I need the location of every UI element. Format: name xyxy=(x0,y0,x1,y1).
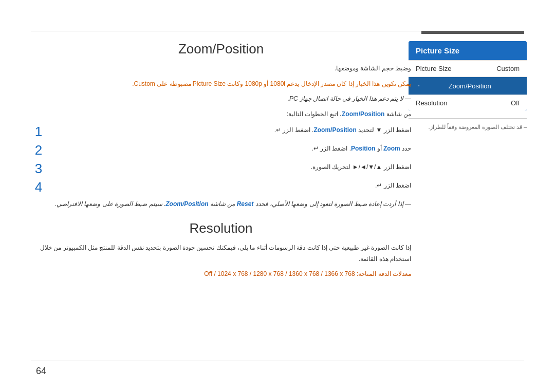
resolution-values: معدلات الدقة المتاحة: Off / 1024 x 768 /… xyxy=(31,269,411,280)
zoom-section: Zoom/Position وضبط حجم الشاشة وموضعها. ي… xyxy=(31,41,411,210)
step-2: حدد Zoom أو Position. اضغط الزر ↵. 2 xyxy=(31,143,411,157)
zoom-intro1: وضبط حجم الشاشة وموضعها. xyxy=(31,63,411,74)
steps-section: اضغط الزر ▼ لتحديد Zoom/Position. اضغط ا… xyxy=(31,125,411,194)
step-4: اضغط الزر ↵. 4 xyxy=(31,180,411,194)
resolution-body1: إذا كانت الصورة غير طبيعية حتى إذا كانت … xyxy=(31,242,411,265)
picture-size-header: Picture Size xyxy=(409,41,527,60)
step-3-text: اضغط الزر ▲/▼/◄/► لتحريك الصورة. xyxy=(51,162,411,172)
step-3-number: 3 xyxy=(31,162,46,175)
right-panel: Picture Size Picture Size Custom Zoom/Po… xyxy=(409,41,527,132)
resolution-row[interactable]: Resolution Off xyxy=(409,95,527,111)
step-4-text: اضغط الزر ↵. xyxy=(51,180,411,191)
top-right-accent xyxy=(421,31,524,34)
step-2-number: 2 xyxy=(31,143,46,157)
step-1-number: 1 xyxy=(31,125,46,138)
step-1-text: اضغط الزر ▼ لتحديد Zoom/Position. اضغط ا… xyxy=(51,125,411,135)
picture-size-label: Picture Size xyxy=(416,65,451,72)
resolution-title: Resolution xyxy=(31,220,411,236)
zoom-position-label: Zoom/Position xyxy=(449,82,491,90)
step-3: اضغط الزر ▲/▼/◄/► لتحريك الصورة. 3 xyxy=(31,162,411,175)
picture-size-value: Custom xyxy=(496,65,520,72)
step-4-number: 4 xyxy=(31,180,46,194)
zoom-intro2: يمكن تكوين هذا الخيار إذا كان مصدر الإدخ… xyxy=(31,79,411,90)
main-content: Zoom/Position وضبط حجم الشاشة وموضعها. ي… xyxy=(31,41,411,351)
zoom-reset-note: — إذا أردت إعادة ضبط الصورة لتعود إلى وض… xyxy=(31,199,411,210)
resolution-section: Resolution إذا كانت الصورة غير طبيعية حت… xyxy=(31,220,411,280)
zoom-note1: — لا يتم دعم هذا الخيار في حالة اتصال جه… xyxy=(31,94,411,105)
resolution-label: Resolution xyxy=(416,99,447,107)
zoom-intro3: من شاشة Zoom/Position، اتبع الخطوات التا… xyxy=(31,109,411,120)
page-number: 64 xyxy=(36,366,46,377)
picture-size-box: Picture Size Picture Size Custom Zoom/Po… xyxy=(409,41,527,111)
right-panel-divider xyxy=(409,118,527,119)
step-2-text: حدد Zoom أو Position. اضغط الزر ↵. xyxy=(51,143,411,154)
right-panel-note: – قد تختلف الصورة المعروضة وفقاً للطراز. xyxy=(409,123,527,132)
step-1: اضغط الزر ▼ لتحديد Zoom/Position. اضغط ا… xyxy=(31,125,411,138)
zoom-title: Zoom/Position xyxy=(31,41,411,57)
picture-size-row-1[interactable]: Picture Size Custom xyxy=(409,60,527,77)
zoom-position-row[interactable]: Zoom/Position xyxy=(409,77,527,95)
bottom-divider xyxy=(31,361,524,361)
resolution-value: Off xyxy=(511,99,520,107)
